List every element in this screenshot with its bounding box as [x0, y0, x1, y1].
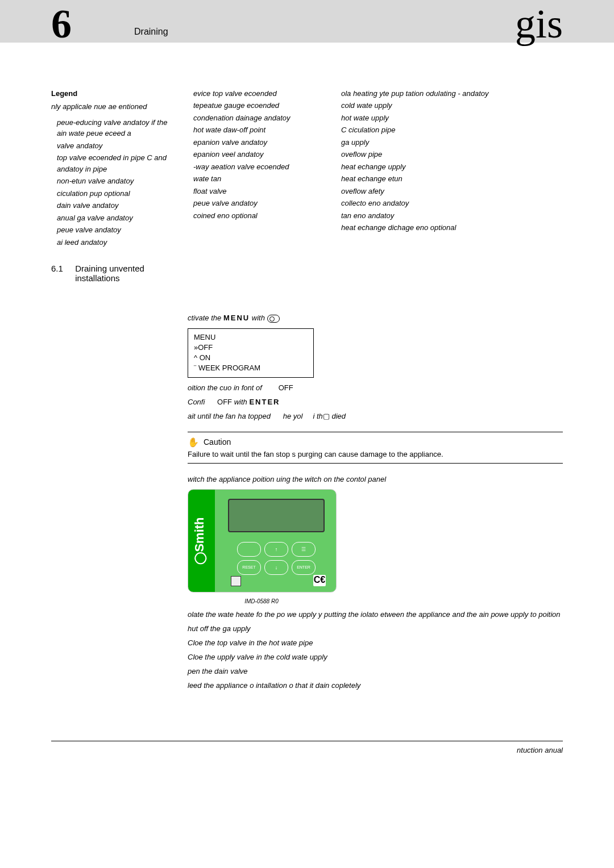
- step-text: with: [252, 314, 267, 322]
- step-isolate: olate the wate heate fo the po we upply …: [188, 610, 563, 619]
- menu-line: MENU: [194, 332, 308, 343]
- brand-text: gis: [515, 6, 563, 43]
- procedure-steps: ctivate the MENU with MENU »OFF ^ ON ¨ W…: [0, 308, 614, 717]
- step-text: oition the cuo in font of: [188, 383, 264, 392]
- legend-item: peue valve andatoy: [57, 224, 176, 236]
- step-text: ctivate the: [188, 314, 223, 322]
- legend-title: Legend: [51, 88, 176, 99]
- reset-button[interactable]: [237, 560, 261, 575]
- header-band: 6 Draining gis: [0, 0, 614, 43]
- legend-item: float valve: [193, 186, 324, 197]
- legend-item: top valve ecoended in pipe C and andatoy…: [57, 152, 176, 174]
- legend-item: oveflow afety: [341, 186, 563, 197]
- footer-text: ntuction anual: [517, 746, 563, 754]
- step-text: ait until the fan ha topped: [188, 412, 273, 420]
- legend-item: condenation dainage andatoy: [193, 112, 324, 124]
- legend-item: wate tan: [193, 173, 324, 185]
- legend-item: heat echange upply: [341, 161, 563, 173]
- menu-line: ^ ON: [194, 353, 308, 363]
- legend-item: hot wate upply: [341, 112, 563, 124]
- legend-item: peue valve andatoy: [193, 198, 324, 209]
- chapter-number: 6: [51, 6, 72, 43]
- step-shut: hut off the ga upply: [188, 624, 563, 633]
- legend-col2: evice top valve ecoended tepeatue gauge …: [193, 88, 324, 286]
- legend-item: valve andatoy: [57, 140, 176, 152]
- legend-item: hot wate daw-off point: [193, 124, 324, 136]
- step-activate: ctivate the MENU with: [188, 314, 563, 323]
- panel-screen: [228, 499, 325, 532]
- step-switch: witch the appliance poition uing the wit…: [188, 475, 563, 483]
- panel-brand-text: ◯Smith: [192, 498, 207, 583]
- chapter-title: Draining: [134, 27, 515, 43]
- panel-button[interactable]: [237, 542, 261, 557]
- legend-item: epanion valve andatoy: [193, 137, 324, 148]
- caution-text: Failure to wait until the fan stop s pur…: [188, 450, 563, 458]
- step-close1: Cloe the top valve in the hot wate pipe: [188, 639, 563, 647]
- legend-note: nly applicale nue ae entioned: [51, 101, 176, 112]
- step-position: oition the cuo in font of OFF: [188, 383, 563, 392]
- section-title-text: Draining unvented installations: [75, 264, 176, 283]
- caution-title: Caution: [204, 437, 231, 446]
- down-button[interactable]: [264, 560, 288, 575]
- panel-square: [231, 576, 241, 586]
- legend-item: ciculation pup optional: [57, 188, 176, 199]
- legend-item: heat echange dichage eno optional: [341, 222, 563, 233]
- legend-item: tepeatue gauge ecoended: [193, 100, 324, 111]
- legend-item: ai leed andatoy: [57, 237, 176, 248]
- hand-icon: ✋: [188, 437, 199, 448]
- legend-col3: ola heating yte pup tation odulating - a…: [341, 88, 563, 286]
- step-text: i th: [313, 412, 322, 420]
- legend-item: heat echange etun: [341, 173, 563, 185]
- legend-item: -way aeation valve ecoended: [193, 161, 324, 173]
- control-panel-illustration: ◯Smith ▯▯▯▯▯▯ C€: [188, 489, 337, 592]
- step-text: with: [234, 398, 250, 406]
- enter-keyword: ENTER: [249, 398, 280, 406]
- legend-item: oveflow pipe: [341, 149, 563, 160]
- up-button[interactable]: [264, 542, 288, 557]
- legend-item: collecto eno andatoy: [341, 198, 563, 209]
- footer: ntuction anual: [51, 741, 563, 754]
- ce-mark: C€: [313, 575, 326, 586]
- step-text: he yol: [283, 412, 305, 420]
- legend-item: non-etun valve andatoy: [57, 176, 176, 187]
- legend-item: anual ga valve andatoy: [57, 212, 176, 224]
- step-close2: Cloe the upply valve in the cold wate up…: [188, 653, 563, 661]
- step-wait: ait until the fan ha topped he yol i th▢…: [188, 412, 563, 420]
- section-number: 6.1: [51, 264, 66, 283]
- step-text: Confi: [188, 398, 207, 406]
- legend-item: ga upply: [341, 137, 563, 148]
- section-heading: 6.1 Draining unvented installations: [51, 264, 176, 283]
- legend-item: ola heating yte pup tation odulating - a…: [341, 88, 563, 99]
- menu-keyword: MENU: [223, 314, 250, 322]
- legend-item: evice top valve ecoended: [193, 88, 324, 99]
- dial-icon: [267, 315, 280, 323]
- legend-item: cold wate upply: [341, 100, 563, 111]
- menu-display-box: MENU »OFF ^ ON ¨ WEEK PROGRAM: [188, 328, 314, 378]
- panel-caption: IMD-0588 R0: [188, 598, 335, 604]
- step-bleed: leed the appliance o intallation o that …: [188, 681, 563, 690]
- step-text: died: [330, 412, 346, 420]
- legend-item: C ciculation pipe: [341, 124, 563, 136]
- legend-item: epanion veel andatoy: [193, 149, 324, 160]
- off-keyword: OFF: [279, 383, 293, 392]
- step-open: pen the dain valve: [188, 667, 563, 675]
- legend-item: peue-educing valve andatoy if the ain wa…: [57, 117, 176, 139]
- legend-item: tan eno andatoy: [341, 210, 563, 222]
- enter-button[interactable]: [292, 560, 316, 575]
- menu-line: ¨ WEEK PROGRAM: [194, 363, 308, 373]
- legend-item: coined eno optional: [193, 210, 324, 222]
- legend-item: dain valve andatoy: [57, 200, 176, 211]
- step-confirm: Confi OFF with ENTER: [188, 398, 563, 406]
- menu-line: »OFF: [194, 343, 308, 353]
- caution-block: ✋ Caution Failure to wait until the fan …: [188, 432, 563, 464]
- menu-button[interactable]: [292, 542, 316, 557]
- legend-col1: Legend nly applicale nue ae entioned peu…: [51, 88, 176, 248]
- panel-buttons: [228, 542, 325, 575]
- off-keyword: OFF: [217, 398, 234, 406]
